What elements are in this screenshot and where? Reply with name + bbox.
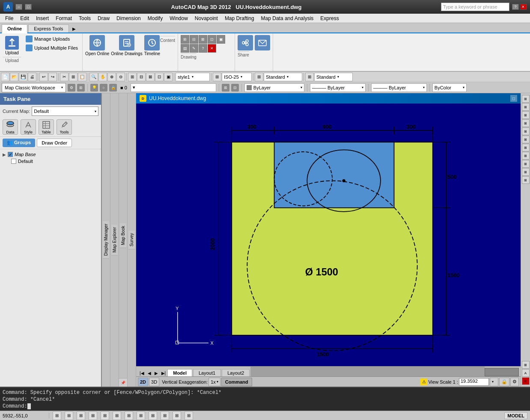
tb-zoom-out[interactable]: ⊖ xyxy=(116,73,125,81)
menu-express[interactable]: Express xyxy=(317,15,342,22)
rt-btn-5[interactable]: ⊞ xyxy=(522,127,530,135)
tb-print[interactable]: 🖨 xyxy=(28,73,36,81)
status-lw-btn[interactable]: ⊞ xyxy=(149,411,157,420)
menu-file[interactable]: File xyxy=(2,15,17,22)
rt-btn-4[interactable]: ⊞ xyxy=(522,119,530,127)
drawing-icon-5[interactable]: ▣ xyxy=(217,35,225,44)
menu-novapoint[interactable]: Novapoint xyxy=(191,15,221,22)
status-ducs-btn[interactable]: ⊞ xyxy=(125,411,133,420)
tab-nav-last[interactable]: ▶| xyxy=(160,370,168,376)
command-area[interactable]: Command: Specify opposite corner or [Fen… xyxy=(0,387,530,411)
map-book-pin[interactable]: 📌 xyxy=(119,378,127,387)
ws-lock-icon[interactable]: 🔒 xyxy=(109,84,117,92)
rt-btn-bottom-3[interactable]: ⊞ xyxy=(522,377,530,385)
tab-layout1[interactable]: Layout1 xyxy=(193,369,221,376)
scroll-track[interactable] xyxy=(485,368,519,376)
mode-3d-btn[interactable]: 3D xyxy=(149,378,159,386)
ws-icon2[interactable]: ⊞ xyxy=(222,84,229,92)
minimize-btn[interactable]: – xyxy=(15,4,22,10)
status-snap-btn[interactable]: ⊞ xyxy=(53,411,61,420)
tb-b3[interactable]: ⊠ xyxy=(146,73,155,81)
upload-multiple-button[interactable]: Upload Multiple Files xyxy=(24,44,80,52)
tb-cut[interactable]: ✂ xyxy=(60,73,68,81)
tab-online[interactable]: Online xyxy=(2,24,27,33)
vert-exag-value[interactable]: 1x ▾ xyxy=(208,378,220,386)
ws-gear-icon[interactable]: ⚙ xyxy=(68,84,75,92)
timeline-btn[interactable]: Timeline xyxy=(144,35,160,56)
rt-btn-9[interactable]: ⊞ xyxy=(522,160,530,168)
rt-btn-6[interactable]: ⊞ xyxy=(522,136,530,143)
task-style-btn[interactable]: Style xyxy=(21,119,36,135)
ws-light-icon[interactable]: 💡 xyxy=(90,84,98,92)
mode-2d-btn[interactable]: 2D xyxy=(138,378,148,386)
ribbon-tab-more[interactable]: ▶ xyxy=(70,25,78,33)
menu-map-data[interactable]: Map Data and Analysis xyxy=(258,15,317,22)
tab-nav-next[interactable]: ▶ xyxy=(153,370,160,376)
workspace-dropdown[interactable]: Map Classic Workspace ▾ xyxy=(2,83,66,92)
tb-b2[interactable]: ⊟ xyxy=(137,73,146,81)
map-explorer-tab[interactable]: Map Explorer xyxy=(111,225,118,255)
status-sc-btn[interactable]: ⊞ xyxy=(185,411,193,420)
drawing-icon-2[interactable]: ⊟ xyxy=(190,35,198,44)
tb-open[interactable]: 📂 xyxy=(10,73,18,81)
rt-btn-bottom-1[interactable]: ⊞ xyxy=(522,361,530,369)
status-qp-btn[interactable]: ⊞ xyxy=(173,411,181,420)
tb-pan[interactable]: ✋ xyxy=(98,73,107,81)
scale-arrow[interactable]: ▾ xyxy=(490,378,498,386)
menu-map-drafting[interactable]: Map Drafting xyxy=(221,15,258,22)
ws-icon3[interactable]: ⊟ xyxy=(231,84,239,92)
ws-circle-icon[interactable]: ○ xyxy=(100,84,107,92)
standard-dropdown[interactable]: Standard ▾ xyxy=(264,73,302,81)
menu-tools[interactable]: Tools xyxy=(75,15,94,22)
map-book-tab[interactable]: Map Book xyxy=(120,223,126,248)
rt-btn-1[interactable]: ⊞ xyxy=(522,95,530,103)
view-scale-input[interactable]: 19.3592 xyxy=(459,378,489,386)
search-box[interactable]: Type a keyword or phrase xyxy=(441,3,509,11)
status-polar-btn[interactable]: ⊞ xyxy=(89,411,97,420)
rt-btn-2[interactable]: ⊞ xyxy=(522,103,530,111)
task-tab-draw-order[interactable]: Draw Order xyxy=(37,139,72,147)
menu-window[interactable]: Window xyxy=(166,15,191,22)
drawing-icon-3[interactable]: ⊠ xyxy=(199,35,207,44)
share-email-btn[interactable] xyxy=(255,35,270,50)
tb-save[interactable]: 💾 xyxy=(19,73,27,81)
canvas[interactable]: Y X xyxy=(136,104,521,366)
drawing-icon-1[interactable]: ⊞ xyxy=(181,35,189,44)
tb-zoom-in[interactable]: ⊕ xyxy=(107,73,116,81)
layer-checkbox-map-base[interactable]: ✓ xyxy=(8,152,13,157)
share-link-btn[interactable] xyxy=(238,35,253,50)
tb-paste[interactable]: 📋 xyxy=(78,73,86,81)
upload-button[interactable]: Upload xyxy=(3,35,21,56)
status-grid-btn[interactable]: ⊞ xyxy=(65,411,73,420)
restore-btn[interactable]: □ xyxy=(25,4,32,10)
task-data-btn[interactable]: Data xyxy=(3,119,18,135)
lock-btn[interactable]: 🔒 xyxy=(499,378,509,386)
status-otrack-btn[interactable]: ⊞ xyxy=(113,411,121,420)
standard2-dropdown[interactable]: Standard ▾ xyxy=(314,73,353,81)
model-badge[interactable]: MODEL xyxy=(504,412,527,419)
help-btn[interactable]: ? xyxy=(512,4,519,10)
command-btn[interactable]: Command xyxy=(221,378,252,386)
tb-b5[interactable]: ▣ xyxy=(164,73,173,81)
tb-new[interactable]: 📄 xyxy=(1,73,9,81)
drawing-icon-7[interactable]: ✎ xyxy=(190,44,198,53)
manage-uploads-button[interactable]: Manage Uploads xyxy=(24,35,80,43)
lineweight-dropdown[interactable]: ——— ByLayer ▾ xyxy=(371,83,427,92)
status-dyn-btn[interactable]: ⊞ xyxy=(137,411,145,420)
menu-modify[interactable]: Modify xyxy=(144,15,166,22)
tab-express-tools[interactable]: Express Tools xyxy=(28,24,68,33)
tb-redo[interactable]: ↪ xyxy=(48,73,57,81)
drawing-icon-6[interactable]: ▤ xyxy=(181,44,189,53)
rt-btn-10[interactable]: ⊞ xyxy=(522,168,530,176)
status-tpp-btn[interactable]: ⊞ xyxy=(161,411,169,420)
tab-layout2[interactable]: Layout2 xyxy=(222,369,250,376)
layer-expand-arrow[interactable]: ▶ xyxy=(3,152,6,157)
menu-edit[interactable]: Edit xyxy=(17,15,33,22)
tb-b8[interactable]: ⊞ xyxy=(305,73,314,81)
current-map-dropdown[interactable]: Default ▾ xyxy=(32,106,98,116)
menu-format[interactable]: Format xyxy=(52,15,75,22)
tab-model[interactable]: Model xyxy=(167,369,192,376)
tb-b1[interactable]: ⊞ xyxy=(128,73,137,81)
task-table-btn[interactable]: Table xyxy=(39,119,54,135)
rt-btn-8[interactable]: ⊞ xyxy=(522,152,530,160)
